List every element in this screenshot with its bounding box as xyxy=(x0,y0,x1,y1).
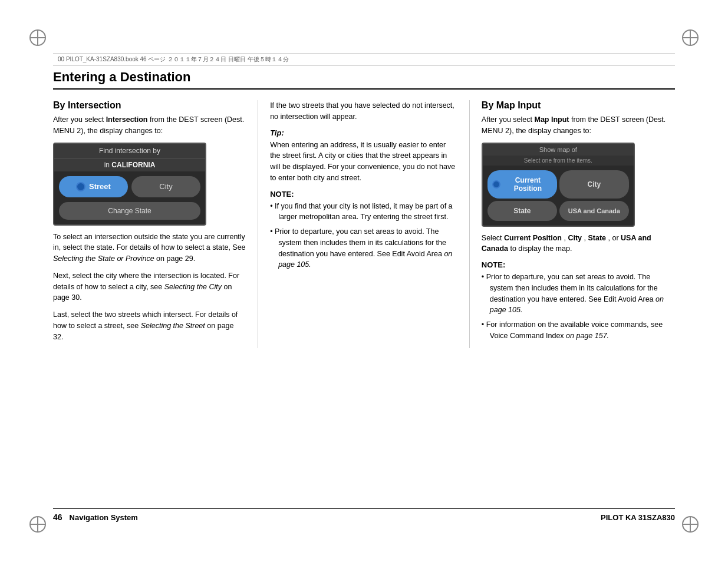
map-note-heading: NOTE: xyxy=(482,260,675,269)
select-bold3: State xyxy=(588,234,606,242)
select-bold2: City xyxy=(568,234,582,242)
footer-product-code: PILOT KA 31SZA830 xyxy=(601,513,675,522)
select-text4: , or xyxy=(608,234,621,242)
intersection-para3: Last, select the two streets which inter… xyxy=(53,309,246,342)
map-note-list: Prior to departure, you can set areas to… xyxy=(482,272,675,342)
change-btn-label: Change State xyxy=(108,207,151,215)
intersection-heading: By Intersection xyxy=(53,100,246,111)
map-state-btn[interactable]: State xyxy=(487,201,557,221)
footer-nav-label: Navigation System xyxy=(70,513,138,522)
select-text5: to display the map. xyxy=(510,244,572,253)
para3-italic: Selecting the Street xyxy=(141,322,205,330)
para2-italic: Selecting the City xyxy=(164,283,222,291)
header-text: 00 PILOT_KA-31SZA830.book 46 ページ ２０１１年７月… xyxy=(58,55,289,64)
col-map-input: By Map Input After you select Map Input … xyxy=(470,100,675,348)
map-usa-label: USA and Canada xyxy=(568,207,620,214)
middle-note-item-1: If you find that your city is not listed… xyxy=(270,201,457,223)
street-btn-label: Street xyxy=(89,182,111,191)
intersection-para2: Next, select the city where the intersec… xyxy=(53,270,246,303)
para1-italic: Selecting the State or Province xyxy=(53,254,154,263)
intersection-para1: To select an intersection outside the st… xyxy=(53,232,246,265)
screen-top-bar: Find intersection by xyxy=(54,144,205,158)
map-note2-italic: on page 157. xyxy=(566,332,609,340)
col-middle: If the two streets that you have selecte… xyxy=(258,100,470,348)
screen-state-text: CALIFORNIA xyxy=(111,161,155,169)
intersection-intro-text: After you select xyxy=(53,115,104,124)
map-input-heading: By Map Input xyxy=(482,100,675,111)
select-bold1: Current Position xyxy=(504,234,562,242)
footer-left: 46 Navigation System xyxy=(53,513,138,522)
screen-state-bar: in CALIFORNIA xyxy=(54,158,205,171)
map-state-label: State xyxy=(513,207,531,215)
screen-city-btn[interactable]: City xyxy=(131,176,200,197)
map-screen: Show map of Select one from the items. C… xyxy=(482,143,635,227)
select-text1: Select xyxy=(482,234,502,242)
street-btn-knob xyxy=(76,182,85,191)
map-buttons-grid: Current Position City State USA and Cana… xyxy=(483,166,634,226)
map-city-btn[interactable]: City xyxy=(559,170,629,199)
intersection-intro-bold: Intersection xyxy=(106,115,148,124)
page-content: Entering a Destination By Intersection A… xyxy=(53,70,675,503)
reg-mark-top-left xyxy=(29,29,46,46)
screen-buttons: Street City xyxy=(54,171,205,202)
map-current-pos-btn[interactable]: Current Position xyxy=(487,170,557,199)
top-header: 00 PILOT_KA-31SZA830.book 46 ページ ２０１１年７月… xyxy=(53,53,675,66)
screen-street-btn[interactable]: Street xyxy=(59,176,128,197)
map-usa-canada-btn[interactable]: USA and Canada xyxy=(559,201,629,221)
map-input-intro: After you select Map Input from the DEST… xyxy=(482,114,675,137)
tip-heading: Tip: xyxy=(270,128,457,137)
map-intro-bold: Map Input xyxy=(534,115,569,124)
page-number: 46 xyxy=(53,513,62,522)
reg-mark-top-right xyxy=(682,29,699,46)
reg-mark-bottom-left xyxy=(29,516,46,533)
para1-rest: on page 29. xyxy=(156,254,195,263)
current-pos-label: Current Position xyxy=(503,176,552,193)
col-intersection: By Intersection After you select Interse… xyxy=(53,100,258,348)
current-pos-knob xyxy=(492,180,500,189)
screen-change-btn[interactable]: Change State xyxy=(59,202,200,220)
map-select-text: Select Current Position , City , State ,… xyxy=(482,233,675,255)
middle-note-item-2: Prior to departure, you can set areas to… xyxy=(270,226,457,270)
map-note-item-1: Prior to departure, you can set areas to… xyxy=(482,272,675,316)
middle-note-list: If you find that your city is not listed… xyxy=(270,201,457,271)
middle-note1-text: If you find that your city is not listed… xyxy=(275,202,453,222)
middle-note-heading: NOTE: xyxy=(270,190,457,199)
page-title: Entering a Destination xyxy=(53,70,675,90)
map-subtitle: Select one from the items. xyxy=(483,156,634,166)
middle-note2-text: Prior to departure, you can set areas to… xyxy=(275,227,446,258)
city-btn-label: City xyxy=(159,182,172,191)
map-top-bar: Show map of xyxy=(483,144,634,156)
map-note1-text: Prior to departure, you can set areas to… xyxy=(486,273,658,303)
para1-text: To select an intersection outside the st… xyxy=(53,233,246,252)
tip-text: When entering an address, it is usually … xyxy=(270,140,457,184)
intersection-screen: Find intersection by in CALIFORNIA Stree… xyxy=(53,143,206,226)
middle-para1: If the two streets that you have selecte… xyxy=(270,100,457,123)
map-note-item-2: For information on the available voice c… xyxy=(482,319,675,342)
main-columns: By Intersection After you select Interse… xyxy=(53,100,675,348)
map-city-label: City xyxy=(587,180,601,189)
intersection-intro: After you select Intersection from the D… xyxy=(53,114,246,137)
reg-mark-bottom-right xyxy=(682,516,699,533)
map-intro-text: After you select xyxy=(482,115,532,124)
page-footer: 46 Navigation System PILOT KA 31SZA830 xyxy=(53,508,675,522)
